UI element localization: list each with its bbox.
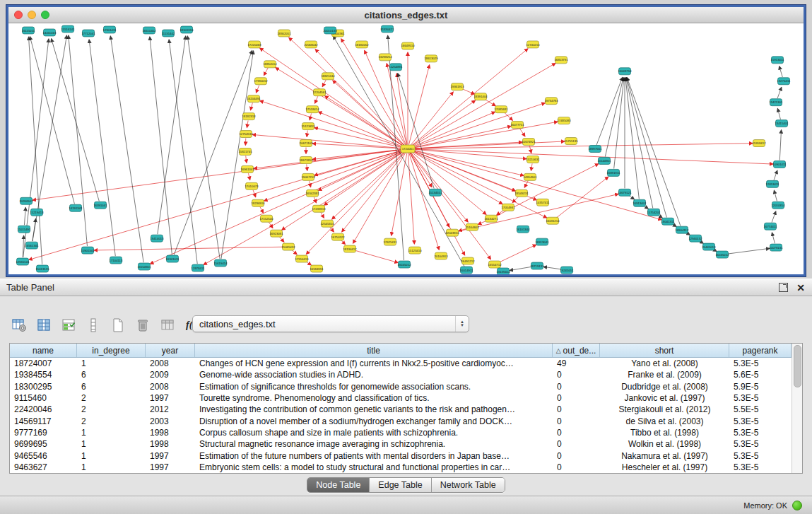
table-row[interactable]: 911546021997Tourette syndrome. Phenomeno…: [10, 392, 792, 404]
graph-node[interactable]: 14954901: [523, 173, 537, 180]
graph-node[interactable]: 12740210: [526, 41, 540, 48]
table-row[interactable]: 946554611997Estimation of the future num…: [10, 450, 792, 461]
import-table-icon[interactable]: [158, 316, 177, 334]
graph-node[interactable]: 17554419: [295, 255, 309, 262]
graph-node[interactable]: 18182318: [242, 113, 256, 120]
graph-node[interactable]: 17518414: [305, 106, 319, 113]
graph-node[interactable]: 18719131: [530, 262, 544, 269]
column-header-year[interactable]: year: [146, 344, 195, 357]
graph-node[interactable]: 15013515: [35, 265, 49, 272]
graph-node[interactable]: 11544901: [598, 157, 611, 164]
graph-node[interactable]: 18101316: [180, 26, 194, 33]
table-row[interactable]: 1830029562008Estimation of significance …: [10, 381, 792, 392]
graph-node[interactable]: 16610402: [142, 27, 156, 34]
graph-node[interactable]: 16891911: [607, 169, 620, 176]
graph-node[interactable]: 16913401: [632, 199, 647, 206]
graph-node[interactable]: 16491212: [461, 257, 475, 264]
graph-node[interactable]: 16477751: [510, 122, 524, 129]
table-settings-icon[interactable]: [10, 316, 28, 334]
new-document-icon[interactable]: [109, 316, 127, 334]
graph-node[interactable]: 15134551: [428, 189, 442, 196]
tab-edge-table[interactable]: Edge Table: [370, 478, 431, 492]
graph-node[interactable]: 11554901: [138, 263, 151, 270]
graph-node[interactable]: 15913411: [771, 57, 784, 64]
graph-node[interactable]: 20010133: [323, 27, 337, 34]
graph-node[interactable]: 14679121: [618, 189, 632, 196]
graph-node[interactable]: 81830421: [380, 25, 394, 33]
graph-node[interactable]: 16853791: [554, 57, 568, 64]
graph-node[interactable]: 15164603: [465, 223, 479, 230]
table-source-dropdown[interactable]: citations_edges.txt ▲ ▼: [192, 315, 469, 332]
graph-node[interactable]: 15901341: [81, 247, 95, 254]
graph-node[interactable]: 20671103: [300, 140, 313, 147]
graph-node[interactable]: 22043910: [445, 229, 459, 236]
graph-node[interactable]: 15123410: [408, 247, 422, 254]
graph-node[interactable]: 11131442: [162, 30, 175, 37]
column-header-out_de[interactable]: △out_de...: [553, 344, 600, 357]
graph-node[interactable]: 14357411: [536, 199, 550, 206]
graph-node[interactable]: 15958412: [752, 140, 766, 147]
graph-node[interactable]: 10079131: [769, 244, 783, 251]
column-header-in_degree[interactable]: in_degree: [77, 344, 146, 357]
graph-node[interactable]: 12653411: [766, 180, 779, 187]
delete-table-icon[interactable]: [134, 316, 152, 334]
graph-node[interactable]: 16014911: [460, 267, 473, 274]
graph-node[interactable]: 19274411: [777, 78, 791, 85]
graph-node[interactable]: 16561341: [25, 242, 39, 249]
graph-node[interactable]: 14191341: [69, 204, 83, 211]
graph-node[interactable]: 16750522: [331, 233, 345, 240]
column-header-name[interactable]: name: [10, 344, 77, 357]
table-row[interactable]: 1456911722003Disruption of a novel membe…: [10, 415, 792, 426]
graph-node[interactable]: 13298214: [378, 54, 392, 61]
graph-node[interactable]: 15065432: [281, 243, 295, 250]
graph-node[interactable]: 18302051: [277, 30, 291, 37]
graph-node[interactable]: 17712041: [81, 30, 95, 37]
edit-rows-icon[interactable]: [59, 316, 78, 334]
graph-node[interactable]: 16774411: [764, 223, 777, 230]
float-panel-icon[interactable]: [779, 283, 788, 292]
graph-node[interactable]: 18549231: [514, 189, 529, 197]
graph-node[interactable]: 16204491: [247, 95, 261, 103]
column-header-short[interactable]: short: [600, 344, 729, 357]
graph-node[interactable]: 17625431: [383, 238, 397, 245]
graph-node[interactable]: 16245012: [715, 251, 729, 258]
graph-node[interactable]: 18134417: [343, 245, 357, 252]
graph-node[interactable]: 16648794: [618, 68, 632, 75]
graph-node[interactable]: 19245012: [397, 261, 411, 268]
column-header-pagerank[interactable]: pagerank: [729, 344, 792, 357]
network-window-titlebar[interactable]: citations_edges.txt: [8, 7, 804, 23]
graph-node[interactable]: 17085681: [494, 106, 508, 113]
graph-node[interactable]: 17054931: [501, 204, 515, 211]
graph-node[interactable]: 15123455: [301, 123, 315, 130]
graph-node[interactable]: 12545310: [320, 220, 334, 227]
graph-node[interactable]: 20260501: [19, 197, 33, 204]
graph-node[interactable]: 17485083: [557, 117, 571, 124]
graph-node[interactable]: 20104913: [434, 252, 448, 259]
graph-node[interactable]: 16961341: [240, 165, 254, 173]
graph-node[interactable]: 17990012: [254, 78, 268, 85]
graph-node[interactable]: 22068042: [304, 41, 318, 48]
graph-node[interactable]: 18821244: [321, 73, 335, 80]
graph-node[interactable]: 16904112: [676, 226, 689, 233]
graph-node[interactable]: 15219413: [30, 209, 44, 216]
graph-node[interactable]: 11015491: [18, 226, 31, 233]
graph-node[interactable]: 12204561: [312, 89, 326, 96]
graph-node[interactable]: 16342381: [305, 189, 319, 197]
graph-node[interactable]: 16649510: [401, 42, 415, 49]
graph-node[interactable]: 16134271: [484, 215, 498, 222]
graph-node[interactable]: 19067703: [301, 173, 315, 180]
tab-network-table[interactable]: Network Table: [432, 478, 505, 492]
graph-node[interactable]: 19414013: [150, 235, 164, 242]
table-row[interactable]: 977716911998Corpus callosum shape and si…: [10, 427, 792, 438]
graph-node[interactable]: 18184052: [355, 41, 369, 48]
graph-node[interactable]: 19361913: [450, 83, 464, 90]
graph-node[interactable]: 11421301: [770, 99, 783, 106]
graph-node[interactable]: 12010354: [771, 201, 785, 209]
graph-node[interactable]: 18391404: [473, 93, 488, 100]
tab-node-table[interactable]: Node Table: [307, 478, 370, 492]
graph-node[interactable]: 18236916: [251, 199, 265, 206]
graph-node[interactable]: 16031214: [546, 217, 560, 224]
graph-node[interactable]: 19245051: [560, 267, 574, 274]
graph-node[interactable]: 16923081: [269, 230, 283, 237]
close-panel-icon[interactable]: ✕: [796, 283, 805, 293]
